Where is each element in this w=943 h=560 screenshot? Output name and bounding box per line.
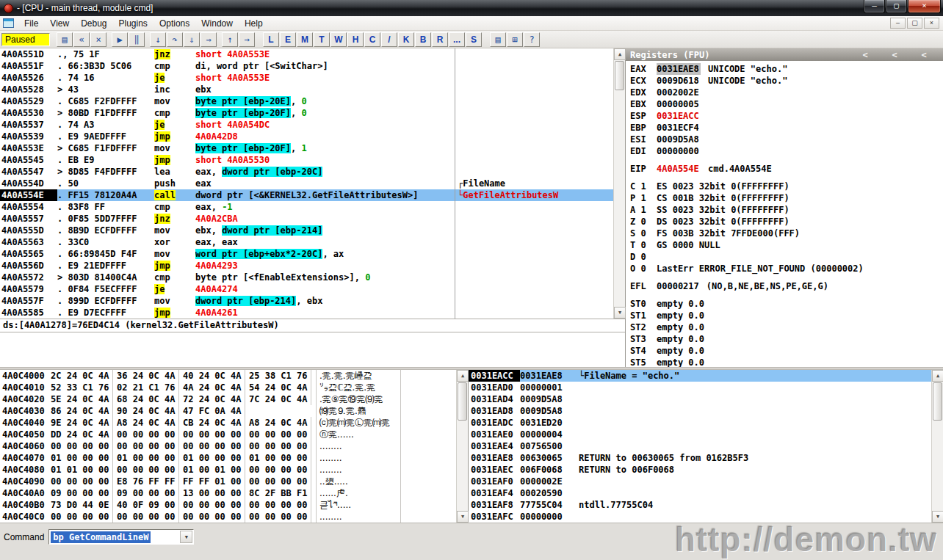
scrollbar-thumb[interactable] <box>615 61 624 90</box>
disasm-row[interactable]: 4A0A5545. EB E9jmpshort 4A0A5530 <box>0 154 613 166</box>
step-over-button[interactable]: ↷ <box>167 32 183 47</box>
disasm-row[interactable]: 4A0A5585. E9 D7ECFFFFjmp4A0A4261 <box>0 307 613 319</box>
disasm-row[interactable]: 4A0A5572> 803D 81400C4Acmpbyte ptr [<fEn… <box>0 272 613 283</box>
restore-button[interactable]: ▢ <box>886 0 907 13</box>
run-button[interactable]: ▶ <box>112 32 128 47</box>
cpu-window-icon[interactable] <box>3 18 14 28</box>
disassembly-scrollbar[interactable]: ▲ ▼ <box>613 48 625 319</box>
disasm-row[interactable]: 4A0A5529. C685 F2FDFFFFmovbyte ptr [ebp-… <box>0 95 613 107</box>
menu-debug[interactable]: Debug <box>75 17 112 30</box>
dump-row[interactable]: 4A0C40409E 24 0C 4AA8 24 0C 4ACB 24 0C 4… <box>0 417 456 429</box>
view-letter-button-9[interactable]: B <box>415 32 431 47</box>
stack-row[interactable]: 0031EACC0031EAE8└FileName = "echo." <box>469 370 931 382</box>
mdi-close-button[interactable]: × <box>924 18 939 29</box>
menu-plugins[interactable]: Plugins <box>113 17 153 30</box>
restart-button[interactable]: « <box>73 32 90 47</box>
scrollbar-thumb[interactable] <box>458 382 467 421</box>
stack-row[interactable]: 0031EAD000000001 <box>469 382 931 393</box>
register-line[interactable]: EDI00000000 <box>630 145 943 157</box>
dump-row[interactable]: 4A0C40B073 D0 44 0E40 0F 09 0000 00 00 0… <box>0 499 456 511</box>
disasm-row[interactable]: 4A0A5563. 33C0xoreax, eax <box>0 236 613 248</box>
pause-button[interactable]: ‖ <box>129 32 145 47</box>
disasm-row[interactable]: 4A0A5557. 0F85 5DD7FFFFjnz4A0A2CBA <box>0 213 613 225</box>
stack-row[interactable]: 0031EAF400020590 <box>469 487 931 499</box>
disasm-row[interactable]: 4A0A5526. 74 16jeshort 4A0A553E <box>0 72 613 84</box>
dump-row[interactable]: 4A0C40205E 24 0C 4A68 24 0C 4A72 24 0C 4… <box>0 393 456 405</box>
dump-row[interactable]: 4A0C408001 01 00 0000 00 00 0001 00 01 0… <box>0 464 456 476</box>
dropdown-arrow-icon[interactable]: ▼ <box>180 531 192 543</box>
dump-row[interactable]: 4A0C407001 00 00 0001 00 00 0001 00 00 0… <box>0 452 456 464</box>
disasm-row[interactable]: 4A0A556D. E9 21EDFFFFjmp4A0A4293 <box>0 260 613 272</box>
stack-row[interactable]: 0031EAE400756500 <box>469 440 931 452</box>
scroll-up-icon[interactable]: ▲ <box>457 370 469 382</box>
flag-line[interactable]: P 1CS 001B 32bit 0(FFFFFFFF) <box>630 192 943 204</box>
flag-line[interactable]: A 1SS 0023 32bit 0(FFFFFFFF) <box>630 204 943 216</box>
minimize-button[interactable]: – <box>864 0 885 13</box>
dump-row[interactable]: 4A0C40A009 00 00 0009 00 00 0013 00 00 0… <box>0 487 456 499</box>
view-letter-button-7[interactable]: / <box>381 32 397 47</box>
stack-row[interactable]: 0031EADC0031ED20 <box>469 417 931 429</box>
menu-file[interactable]: File <box>18 17 44 30</box>
view-letter-button-2[interactable]: M <box>297 32 313 47</box>
menu-view[interactable]: View <box>44 17 75 30</box>
help-button[interactable]: ? <box>524 32 540 47</box>
register-line-eip[interactable]: EIP4A0A554Ecmd.4A0A554E <box>630 163 943 175</box>
fpu-line[interactable]: ST5empty 0.0 <box>630 357 943 367</box>
register-line[interactable]: EDX0002002E <box>630 87 943 98</box>
go-to-address-button[interactable]: → <box>239 32 255 47</box>
flag-line[interactable]: T 0GS 0000 NULL <box>630 239 943 251</box>
scrollbar-thumb[interactable] <box>933 382 942 421</box>
dump-row[interactable]: 4A0C4050DD 24 0C 4A00 00 00 0000 00 00 0… <box>0 429 456 440</box>
disasm-row[interactable]: 4A0A5528> 43incebx <box>0 84 613 95</box>
mdi-minimize-button[interactable]: – <box>890 18 906 29</box>
flag-line[interactable]: S 0FS 003B 32bit 7FFDE000(FFF) <box>630 228 943 239</box>
menu-window[interactable]: Window <box>195 17 239 30</box>
dump-row[interactable]: 4A0C40002C 24 0C 4A36 24 0C 4A40 24 0C 4… <box>0 370 456 382</box>
dump-row[interactable]: 4A0C403086 24 0C 4A90 24 0C 4A47 FC 0A 4… <box>0 405 456 417</box>
registers-scroll-button-0[interactable]: < <box>850 50 880 60</box>
disasm-row[interactable]: 4A0A5539. E9 9AEDFFFFjmp4A0A42D8 <box>0 131 613 142</box>
windows-list-button[interactable]: ▤ <box>490 32 506 47</box>
view-letter-button-12[interactable]: S <box>466 32 482 47</box>
disasm-row[interactable]: 4A0A554E. FF15 78120A4Acalldword ptr [<&… <box>0 189 613 201</box>
fpu-line[interactable]: ST4empty 0.0 <box>630 345 943 357</box>
close-button[interactable]: × <box>908 0 941 13</box>
stack-scrollbar[interactable]: ▲ ▼ <box>931 370 943 523</box>
register-line[interactable]: ESI0009D5A8 <box>630 134 943 145</box>
command-input[interactable]: bp GetCommandLineW ▼ <box>48 529 194 545</box>
register-line[interactable]: EBP0031ECF4 <box>630 122 943 134</box>
fpu-line[interactable]: ST2empty 0.0 <box>630 321 943 333</box>
mdi-restore-button[interactable]: ▢ <box>907 18 922 29</box>
dump-scrollbar[interactable]: ▲ ▼ <box>456 370 468 523</box>
disasm-row[interactable]: 4A0A5537. 74 A3jeshort 4A0A54DC <box>0 119 613 131</box>
view-letter-button-0[interactable]: L <box>263 32 279 47</box>
register-line[interactable]: ECX0009D618UNICODE "echo." <box>630 75 943 87</box>
fpu-line[interactable]: ST1empty 0.0 <box>630 310 943 321</box>
disasm-row[interactable]: 4A0A5530> 80BD F1FDFFFFcmpbyte ptr [ebp-… <box>0 107 613 119</box>
close-program-button[interactable]: × <box>90 32 106 47</box>
fpu-line[interactable]: ST0empty 0.0 <box>630 298 943 310</box>
disasm-row[interactable]: 4A0A5565. 66:89845D F4Fmovword ptr [ebp+… <box>0 248 613 260</box>
disasm-row[interactable]: 4A0A551F. 66:3B3D 5C06cmpdi, word ptr [<… <box>0 60 613 72</box>
menu-help[interactable]: Help <box>239 17 269 30</box>
stack-row[interactable]: 0031EAD40009D5A8 <box>469 393 931 405</box>
view-letter-button-4[interactable]: W <box>330 32 347 47</box>
fpu-line[interactable]: ST3empty 0.0 <box>630 333 943 345</box>
scroll-down-icon[interactable]: ▼ <box>614 307 626 319</box>
disasm-row[interactable]: 4A0A5554. 83F8 FFcmpeax, -1 <box>0 201 613 213</box>
scroll-up-icon[interactable]: ▲ <box>614 48 626 60</box>
disasm-row[interactable]: 4A0A553E> C685 F1FDFFFFmovbyte ptr [ebp-… <box>0 142 613 154</box>
disasm-row[interactable]: 4A0A5579. 0F84 F5ECFFFFje4A0A4274 <box>0 283 613 295</box>
view-letter-button-11[interactable]: ... <box>449 32 465 47</box>
flag-line[interactable]: Z 0DS 0023 32bit 0(FFFFFFFF) <box>630 216 943 228</box>
register-line[interactable]: ESP0031EACC <box>630 110 943 122</box>
stack-row[interactable]: 0031EAF877755C04ntdll.77755C04 <box>469 499 931 511</box>
tile-windows-button[interactable]: ⊞ <box>507 32 523 47</box>
register-line[interactable]: EBX00000005 <box>630 98 943 110</box>
view-letter-button-6[interactable]: C <box>364 32 380 47</box>
stack-row[interactable]: 0031EAE000000004 <box>469 429 931 440</box>
stack-row[interactable]: 0031EAE800630065RETURN to 00630065 from … <box>469 452 931 464</box>
scroll-down-icon[interactable]: ▼ <box>457 511 469 523</box>
registers-scroll-button-1[interactable]: < <box>880 50 909 60</box>
disasm-row[interactable]: 4A0A551D., 75 1Fjnzshort 4A0A553E <box>0 48 613 60</box>
